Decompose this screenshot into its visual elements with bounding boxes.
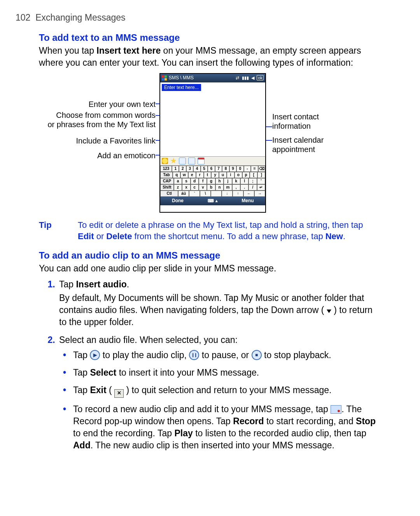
document-page: 102 Exchanging Messages To add text to a… bbox=[0, 0, 420, 516]
ok-button[interactable]: ok bbox=[257, 75, 264, 80]
step-2: Select an audio file. When selected, you… bbox=[58, 334, 381, 451]
key[interactable]: 123 bbox=[160, 166, 172, 172]
key[interactable]: ← bbox=[243, 191, 254, 197]
key[interactable]: d bbox=[191, 178, 199, 184]
key[interactable]: q bbox=[173, 172, 180, 178]
keyboard-toggle-icon[interactable]: ⌨ ▴ bbox=[195, 198, 230, 204]
key[interactable]: z bbox=[174, 184, 182, 191]
key[interactable]: ` bbox=[189, 191, 200, 197]
key[interactable]: g bbox=[207, 178, 215, 184]
soft-keyboard[interactable]: 1231234567890-=⌫ Tabqwertyuiop[] CAPasdf… bbox=[160, 166, 265, 197]
app-title: SMS \ MMS bbox=[169, 75, 194, 81]
text-input-area[interactable]: Enter text here... bbox=[160, 82, 265, 157]
tip-label: Tip bbox=[39, 219, 62, 242]
key[interactable]: o bbox=[234, 172, 242, 178]
key[interactable]: h bbox=[215, 178, 224, 184]
key[interactable]: ' bbox=[257, 178, 265, 184]
key[interactable]: 2 bbox=[179, 166, 186, 172]
callout-insert-calendar: Insert calendar appointment bbox=[272, 135, 324, 154]
enter-text-placeholder: Enter text here... bbox=[162, 84, 201, 91]
key[interactable]: 1 bbox=[172, 166, 179, 172]
key[interactable]: x bbox=[182, 184, 190, 191]
page-number: 102 bbox=[16, 12, 30, 23]
key[interactable]: c bbox=[191, 184, 199, 191]
key[interactable]: j bbox=[224, 178, 232, 184]
key[interactable]: = bbox=[251, 166, 258, 172]
callout-insert-contact: Insert contact information bbox=[272, 112, 319, 131]
calendar-icon[interactable] bbox=[198, 157, 205, 164]
key[interactable]: \ bbox=[200, 191, 211, 197]
bullet-record: To record a new audio clip and add it to… bbox=[70, 403, 381, 451]
key[interactable]: / bbox=[248, 184, 257, 191]
key[interactable]: 0 bbox=[236, 166, 243, 172]
key[interactable]: w bbox=[180, 172, 188, 178]
key[interactable]: → bbox=[254, 191, 265, 197]
key[interactable]: Ctl bbox=[160, 191, 178, 197]
tip-block: Tip To edit or delete a phrase on the My… bbox=[39, 219, 381, 242]
key[interactable]: ↓ bbox=[222, 191, 233, 197]
key[interactable]: 7 bbox=[215, 166, 222, 172]
key[interactable]: CAP bbox=[160, 178, 174, 184]
mytext-icon[interactable] bbox=[179, 157, 186, 164]
key[interactable] bbox=[211, 191, 222, 197]
section-heading: To add text to an MMS message bbox=[39, 31, 381, 44]
sync-icon: ⇄ bbox=[236, 75, 239, 80]
key[interactable]: 4 bbox=[193, 166, 200, 172]
key[interactable]: áü bbox=[178, 191, 189, 197]
key[interactable]: ↵ bbox=[257, 184, 265, 191]
key[interactable]: y bbox=[211, 172, 219, 178]
sub-bullets: Tap to play the audio clip, to pause, or… bbox=[59, 349, 381, 451]
section-paragraph: You can add one audio clip per slide in … bbox=[39, 262, 381, 275]
key[interactable]: ; bbox=[248, 178, 257, 184]
close-icon: ✕ bbox=[114, 389, 124, 398]
key[interactable]: m bbox=[224, 184, 232, 191]
bullet-exit: Tap Exit ( ✕ ) to quit selection and ret… bbox=[70, 384, 381, 398]
key[interactable]: u bbox=[219, 172, 227, 178]
key[interactable]: ↑ bbox=[233, 191, 243, 197]
key[interactable]: - bbox=[244, 166, 251, 172]
key[interactable]: 8 bbox=[222, 166, 229, 172]
softkey-done[interactable]: Done bbox=[160, 198, 195, 204]
device-titlebar: SMS \ MMS ⇄ ▮▮▮ ◀ ok bbox=[160, 74, 265, 82]
key[interactable]: , bbox=[232, 184, 240, 191]
key[interactable]: . bbox=[240, 184, 248, 191]
softkey-menu[interactable]: Menu bbox=[230, 198, 265, 204]
step-1-body: By default, My Documents will be shown. … bbox=[59, 292, 381, 328]
favorites-icon[interactable] bbox=[170, 158, 177, 164]
key[interactable]: a bbox=[174, 178, 182, 184]
key[interactable]: e bbox=[188, 172, 196, 178]
key[interactable]: 6 bbox=[208, 166, 215, 172]
key[interactable]: s bbox=[182, 178, 190, 184]
key[interactable]: Tab bbox=[160, 172, 173, 178]
key[interactable]: f bbox=[199, 178, 207, 184]
emoticon-icon[interactable] bbox=[162, 158, 168, 164]
running-header: 102 Exchanging Messages bbox=[16, 12, 381, 24]
key[interactable]: Shift bbox=[160, 184, 174, 191]
key[interactable]: [ bbox=[250, 172, 257, 178]
bullet-select: Tap Select to insert it into your MMS me… bbox=[70, 367, 381, 379]
stop-icon bbox=[252, 350, 262, 360]
key[interactable]: t bbox=[204, 172, 212, 178]
start-icon bbox=[162, 75, 167, 81]
key[interactable]: 3 bbox=[186, 166, 193, 172]
key[interactable]: v bbox=[199, 184, 207, 191]
key[interactable]: n bbox=[215, 184, 224, 191]
numbered-steps: Tap Insert audio. By default, My Documen… bbox=[39, 278, 381, 451]
section-paragraph: When you tap Insert text here on your MM… bbox=[39, 45, 381, 69]
device-screenshot: SMS \ MMS ⇄ ▮▮▮ ◀ ok Enter text here... bbox=[159, 73, 266, 213]
key[interactable]: b bbox=[207, 184, 215, 191]
chapter-title: Exchanging Messages bbox=[35, 12, 125, 23]
key[interactable]: i bbox=[227, 172, 234, 178]
callout-mytext: Choose from common words or phrases from… bbox=[48, 110, 156, 129]
contact-icon[interactable] bbox=[188, 157, 195, 164]
annotated-figure: Enter your own text Choose from common w… bbox=[39, 73, 381, 213]
key[interactable]: r bbox=[196, 172, 204, 178]
callout-favorites: Include a Favorites link bbox=[76, 136, 156, 145]
key[interactable]: l bbox=[240, 178, 248, 184]
key[interactable]: 5 bbox=[201, 166, 208, 172]
key[interactable]: ⌫ bbox=[258, 166, 265, 172]
key[interactable]: ] bbox=[257, 172, 265, 178]
key[interactable]: p bbox=[242, 172, 250, 178]
key[interactable]: k bbox=[232, 178, 240, 184]
key[interactable]: 9 bbox=[229, 166, 236, 172]
